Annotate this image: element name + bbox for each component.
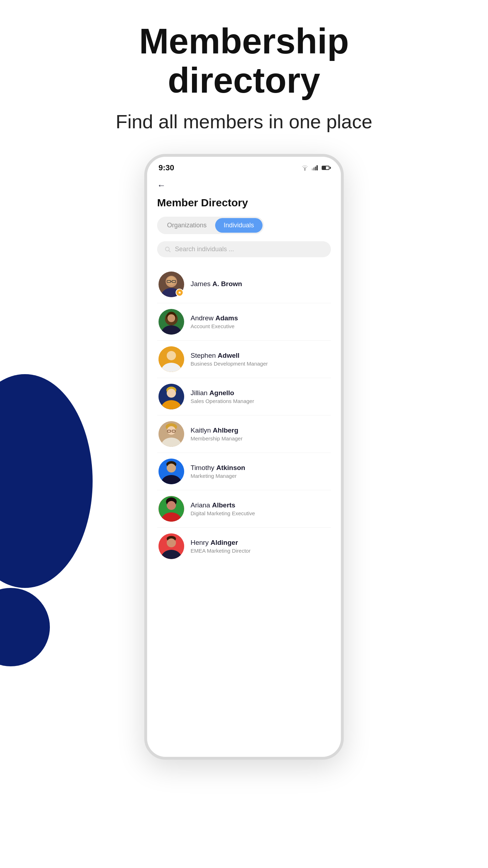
svg-point-15 [167,314,175,322]
svg-point-5 [165,247,169,251]
member-role: Account Executive [191,323,329,329]
member-role: Membership Manager [191,435,329,441]
svg-rect-1 [312,169,313,170]
hero-title: Membership directory [139,21,349,100]
avatar [159,384,184,409]
member-info: James A. Brown [191,280,329,289]
avatar [159,309,184,335]
member-info: Timothy Atkinson Marketing Manager [191,464,329,479]
member-name: Andrew Adams [191,314,329,322]
svg-rect-4 [317,165,318,170]
tab-individuals[interactable]: Individuals [215,218,263,233]
svg-line-6 [169,250,171,252]
avatar: ★ [159,272,184,297]
status-time: 9:30 [159,163,174,172]
svg-point-34 [167,464,176,472]
member-role: Digital Marketing Executive [191,510,329,516]
svg-point-16 [161,325,181,335]
avatar-image [159,309,184,335]
avatar [159,459,184,484]
star-badge: ★ [176,289,183,296]
member-list: ★ James A. Brown [157,266,331,565]
status-icons [301,165,329,171]
svg-point-0 [305,170,305,170]
phone-frame: 9:30 [144,154,344,760]
member-info: Ariana Alberts Digital Marketing Executi… [191,501,329,516]
list-item[interactable]: Stephen Adwell Business Development Mana… [157,341,331,378]
decorative-circle-large [0,374,93,588]
tabs-container: Organizations Individuals [157,217,264,234]
signal-icon [312,165,318,171]
avatar-image [159,459,184,484]
back-button[interactable]: ← [157,180,166,190]
avatar [159,533,184,559]
screen-content: ← Member Directory Organizations Individ… [147,176,341,757]
avatar-image [159,533,184,559]
member-info: Andrew Adams Account Executive [191,314,329,329]
member-name: Kaitlyn Ahlberg [191,427,329,434]
member-name: Stephen Adwell [191,352,329,360]
svg-rect-3 [315,166,316,170]
battery-icon [322,166,329,170]
list-item[interactable]: Timothy Atkinson Marketing Manager [157,453,331,490]
avatar-image [159,384,184,409]
wifi-icon [301,165,309,171]
member-name: Ariana Alberts [191,501,329,509]
member-info: Kaitlyn Ahlberg Membership Manager [191,427,329,441]
decorative-circle-small [0,588,50,666]
member-role: EMEA Marketing Director [191,548,329,554]
search-placeholder: Search individuals ... [175,246,234,253]
avatar-image [159,421,184,447]
member-info: Stephen Adwell Business Development Mana… [191,352,329,367]
member-name: Henry Aldinger [191,539,329,547]
list-item[interactable]: Ariana Alberts Digital Marketing Executi… [157,490,331,528]
svg-point-44 [167,538,176,547]
member-role: Sales Operations Manager [191,398,329,404]
list-item[interactable]: Jillian Agnello Sales Operations Manager [157,378,331,415]
avatar-image [159,496,184,522]
member-name: Timothy Atkinson [191,464,329,472]
member-role: Business Development Manager [191,361,329,367]
hero-subtitle: Find all members in one place [116,110,372,133]
svg-point-39 [167,501,176,510]
avatar [159,496,184,522]
member-role: Marketing Manager [191,473,329,479]
svg-rect-2 [313,167,315,170]
page-title: Member Directory [157,197,331,209]
svg-point-27 [167,426,176,435]
list-item[interactable]: Henry Aldinger EMEA Marketing Director [157,528,331,565]
svg-point-9 [167,277,176,285]
svg-point-18 [167,351,176,360]
avatar-image [159,346,184,372]
avatar [159,346,184,372]
member-info: Henry Aldinger EMEA Marketing Director [191,539,329,554]
status-bar: 9:30 [147,157,341,176]
list-item[interactable]: Andrew Adams Account Executive [157,303,331,341]
member-name: James A. Brown [191,280,329,288]
tab-organizations[interactable]: Organizations [159,218,215,233]
search-icon [164,246,171,253]
member-name: Jillian Agnello [191,389,329,397]
list-item[interactable]: Kaitlyn Ahlberg Membership Manager [157,415,331,453]
list-item[interactable]: ★ James A. Brown [157,266,331,303]
avatar [159,421,184,447]
svg-point-23 [167,389,176,397]
search-bar[interactable]: Search individuals ... [157,241,331,257]
member-info: Jillian Agnello Sales Operations Manager [191,389,329,404]
